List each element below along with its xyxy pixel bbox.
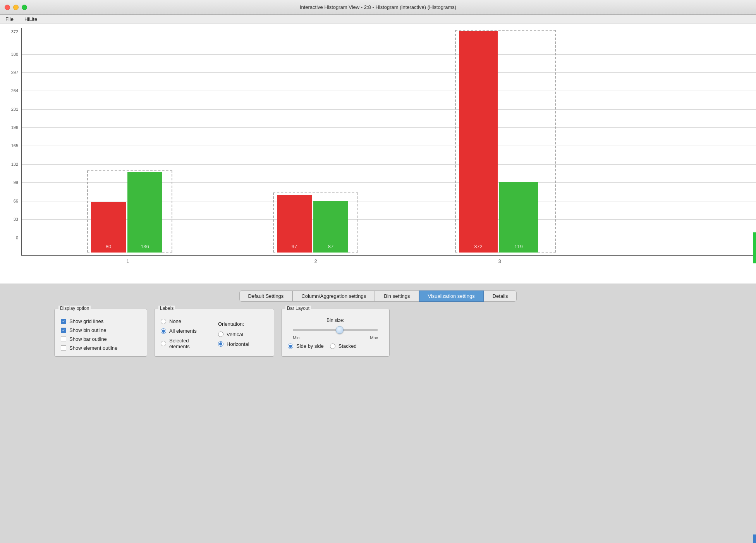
bar-group-3: 372 119	[459, 31, 538, 253]
bar-value-green-3: 119	[514, 244, 523, 249]
green-bar-decoration-1	[753, 232, 756, 263]
bar-group-1: 80 136	[91, 172, 162, 253]
grid-line-132	[21, 164, 756, 165]
bar-value-red-1: 80	[106, 244, 111, 249]
bar-green-1[interactable]: 136	[127, 172, 162, 253]
y-label-132: 132	[11, 162, 18, 167]
tab-details[interactable]: Details	[484, 290, 517, 302]
option-horizontal[interactable]: Horizontal	[218, 341, 268, 347]
display-option-title: Display option	[58, 306, 91, 311]
option-show-bar-outline[interactable]: Show bar outline	[61, 336, 141, 342]
y-label-33: 33	[14, 217, 18, 222]
grid-line-297	[21, 72, 756, 73]
radio-stacked[interactable]	[330, 344, 335, 349]
radio-none[interactable]	[161, 319, 166, 324]
settings-panel: Default Settings Column/Aggregation sett…	[0, 284, 756, 366]
radio-side-by-side[interactable]	[288, 344, 293, 349]
grid-line-330	[21, 54, 756, 55]
menu-bar: File HiLite	[0, 15, 756, 24]
tab-default-settings[interactable]: Default Settings	[239, 290, 293, 302]
bar-red-1[interactable]: 80	[91, 202, 126, 253]
chk-show-bin-outline[interactable]	[61, 328, 66, 333]
y-label-198: 198	[11, 125, 18, 130]
label-show-bar-outline: Show bar outline	[69, 336, 107, 342]
y-label-66: 66	[14, 199, 18, 203]
bar-green-3[interactable]: 119	[499, 182, 538, 253]
label-stacked: Stacked	[338, 343, 357, 349]
tab-column-aggregation[interactable]: Column/Aggregation settings	[292, 290, 375, 302]
grid-line-165	[21, 146, 756, 146]
bar-green-2[interactable]: 87	[313, 201, 348, 253]
y-label-165: 165	[11, 143, 18, 148]
menu-file[interactable]: File	[3, 15, 16, 23]
bin-size-label: Bin size:	[326, 318, 344, 323]
settings-content: Display option Show grid lines Show bin …	[0, 309, 756, 366]
slider-min-label: Min	[293, 335, 300, 340]
slider-thumb[interactable]	[336, 326, 344, 334]
option-show-bin-outline[interactable]: Show bin outline	[61, 327, 141, 333]
label-none: None	[169, 318, 181, 324]
left-axis	[21, 28, 22, 256]
label-all-elements: All elements	[169, 328, 197, 334]
labels-title: Labels	[158, 306, 175, 311]
bar-layout-title: Bar Layout	[285, 306, 311, 311]
tab-bin-settings[interactable]: Bin settings	[375, 290, 419, 302]
label-show-bin-outline: Show bin outline	[69, 327, 106, 333]
orientation-title: Orientation:	[218, 321, 268, 327]
menu-hilite[interactable]: HiLite	[22, 15, 40, 23]
option-all-elements[interactable]: All elements	[161, 328, 210, 334]
chart-area: 372 330 297 264 231 198 165 132 99 66 33…	[0, 24, 756, 284]
label-show-grid-lines: Show grid lines	[69, 318, 103, 324]
label-horizontal: Horizontal	[227, 341, 249, 347]
grid-line-198	[21, 127, 756, 128]
tabs-bar: Default Settings Column/Aggregation sett…	[0, 290, 756, 302]
y-label-264: 264	[11, 88, 18, 93]
option-selected-elements[interactable]: Selected elements	[161, 338, 210, 349]
y-label-297: 297	[11, 70, 18, 75]
bar-value-green-2: 87	[328, 244, 333, 249]
labels-panel: Labels None All elements Selected elemen…	[154, 309, 274, 357]
y-label-99: 99	[14, 180, 18, 185]
y-label-330: 330	[11, 52, 18, 57]
bottom-axis	[21, 255, 756, 256]
close-button[interactable]	[5, 5, 10, 10]
bin-size-row: Bin size: Min Max	[288, 318, 383, 340]
option-show-element-outline[interactable]: Show element outline	[61, 345, 141, 351]
chk-show-grid-lines[interactable]	[61, 319, 66, 324]
bar-value-red-2: 97	[292, 244, 297, 249]
bar-layout-panel: Bar Layout Bin size: Min Max Side by si	[281, 309, 390, 357]
grid-line-231	[21, 109, 756, 110]
x-label-1: 1	[127, 259, 129, 264]
bar-red-2[interactable]: 97	[277, 195, 312, 253]
y-label-372: 372	[11, 29, 18, 34]
tab-visualization-settings[interactable]: Visualization settings	[419, 290, 484, 302]
radio-horizontal[interactable]	[218, 341, 223, 347]
chk-show-bar-outline[interactable]	[61, 337, 66, 342]
radio-all-elements[interactable]	[161, 328, 166, 334]
slider-max-label: Max	[370, 335, 378, 340]
chk-show-element-outline[interactable]	[61, 345, 66, 351]
bar-group-2: 97 87	[277, 195, 348, 253]
grid-line-264	[21, 91, 756, 91]
traffic-lights	[5, 5, 27, 10]
option-side-by-side[interactable]: Side by side	[288, 343, 324, 349]
radio-vertical[interactable]	[218, 332, 223, 337]
option-stacked[interactable]: Stacked	[330, 343, 357, 349]
slider-track	[293, 329, 378, 331]
minimize-button[interactable]	[13, 5, 19, 10]
y-label-231: 231	[11, 107, 18, 112]
option-vertical[interactable]: Vertical	[218, 332, 268, 337]
display-option-panel: Display option Show grid lines Show bin …	[54, 309, 147, 357]
title-bar: Interactive Histogram View - 2:8 - Histo…	[0, 0, 756, 15]
maximize-button[interactable]	[22, 5, 27, 10]
side-stacked-row: Side by side Stacked	[288, 343, 383, 349]
y-label-0: 0	[16, 235, 18, 240]
y-axis: 372 330 297 264 231 198 165 132 99 66 33…	[0, 28, 21, 268]
radio-selected-elements[interactable]	[161, 341, 166, 346]
bar-red-3[interactable]: 372	[459, 31, 498, 253]
option-show-grid-lines[interactable]: Show grid lines	[61, 318, 141, 324]
slider-fill	[293, 329, 340, 331]
option-none[interactable]: None	[161, 318, 210, 324]
window-title: Interactive Histogram View - 2:8 - Histo…	[300, 4, 456, 10]
bin-size-slider[interactable]	[293, 325, 378, 335]
